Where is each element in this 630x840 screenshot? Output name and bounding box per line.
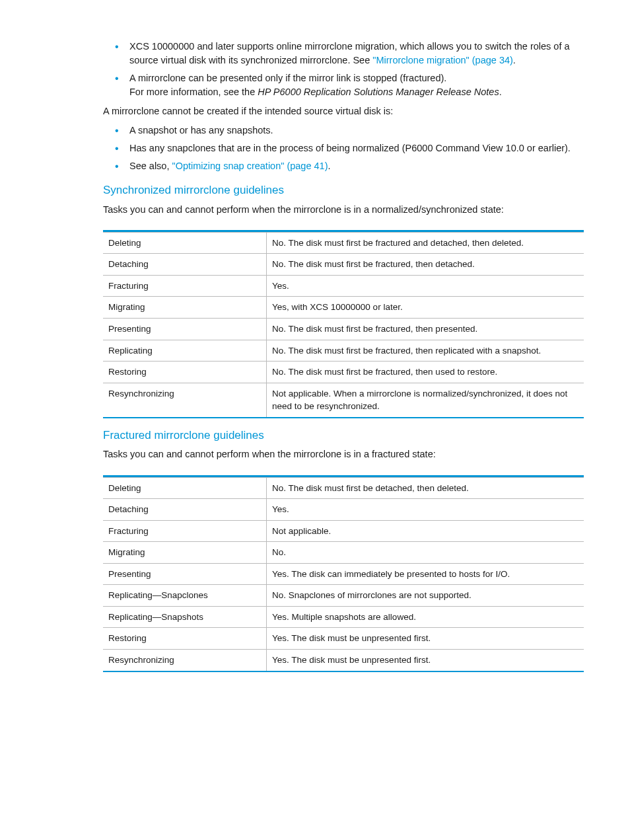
table-cell-task: Restoring bbox=[103, 362, 267, 383]
text: For more information, see the HP P6000 R… bbox=[129, 85, 584, 99]
table-cell-desc: No. The disk must first be fractured, th… bbox=[267, 319, 584, 340]
table-cell-task: Deleting bbox=[103, 232, 267, 254]
table-row: MigratingYes, with XCS 10000000 or later… bbox=[103, 297, 584, 319]
text: A mirrorclone can be presented only if t… bbox=[129, 71, 584, 85]
table-row: FracturingNot applicable. bbox=[103, 520, 584, 542]
table-row: ResynchronizingNot applicable. When a mi… bbox=[103, 383, 584, 418]
table-row: PresentingYes. The disk can immediately … bbox=[103, 563, 584, 585]
table-cell-desc: No. The disk must first be fractured, th… bbox=[267, 254, 584, 276]
table-row: RestoringNo. The disk must first be frac… bbox=[103, 362, 584, 383]
table-cell-desc: No. Snapclones of mirrorclones are not s… bbox=[267, 585, 584, 607]
link-mirrorclone-migration[interactable]: "Mirrorclone migration" (page 34) bbox=[372, 55, 513, 65]
table-cell-task: Migrating bbox=[103, 542, 267, 564]
table-cell-desc: Yes. bbox=[267, 275, 584, 297]
heading-synchronized: Synchronized mirrorclone guidelines bbox=[103, 182, 584, 199]
table-cell-desc: Yes. The disk can immediately be present… bbox=[267, 563, 584, 585]
text: . bbox=[499, 87, 502, 97]
table-row: Replicating—SnapclonesNo. Snapclones of … bbox=[103, 585, 584, 607]
text: For more information, see the bbox=[129, 87, 258, 97]
text: See also, bbox=[129, 161, 172, 171]
table-row: ReplicatingNo. The disk must first be fr… bbox=[103, 340, 584, 362]
text: . bbox=[328, 161, 330, 171]
table-cell-desc: No. The disk must first be fractured, th… bbox=[267, 340, 584, 362]
table-cell-desc: No. The disk must first be fractured, th… bbox=[267, 362, 584, 383]
table-cell-desc: No. bbox=[267, 542, 584, 564]
table-row: Replicating—SnapshotsYes. Multiple snaps… bbox=[103, 606, 584, 628]
table-synchronized: DeletingNo. The disk must first be fract… bbox=[103, 230, 584, 418]
table-cell-task: Resynchronizing bbox=[103, 383, 267, 418]
doc-title-italic: HP P6000 Replication Solutions Manager R… bbox=[258, 87, 499, 97]
table-row: ResynchronizingYes. The disk must be unp… bbox=[103, 650, 584, 671]
table-cell-task: Migrating bbox=[103, 297, 267, 319]
table-cell-desc: No. The disk must first be detached, the… bbox=[267, 477, 584, 499]
table-row: DeletingNo. The disk must first be detac… bbox=[103, 477, 584, 499]
table-cell-task: Replicating—Snapshots bbox=[103, 606, 267, 628]
table-cell-task: Resynchronizing bbox=[103, 650, 267, 671]
table-row: PresentingNo. The disk must first be fra… bbox=[103, 319, 584, 340]
table-cell-desc: Not applicable. bbox=[267, 520, 584, 542]
page-body: XCS 10000000 and later supports online m… bbox=[40, 40, 590, 672]
table-cell-task: Replicating—Snapclones bbox=[103, 585, 267, 607]
table-cell-desc: Yes. Multiple snapshots are allowed. bbox=[267, 606, 584, 628]
table-cell-task: Presenting bbox=[103, 319, 267, 340]
table-cell-task: Fracturing bbox=[103, 520, 267, 542]
list-item: XCS 10000000 and later supports online m… bbox=[124, 40, 584, 67]
list-item: A snapshot or has any snapshots. bbox=[124, 124, 584, 137]
table-cell-task: Detaching bbox=[103, 499, 267, 521]
text: . bbox=[513, 55, 516, 65]
table-cell-task: Presenting bbox=[103, 563, 267, 585]
bullet-list-1: XCS 10000000 and later supports online m… bbox=[103, 40, 584, 99]
table-cell-desc: Yes. The disk must be unpresented first. bbox=[267, 628, 584, 650]
table-cell-task: Restoring bbox=[103, 628, 267, 650]
paragraph: Tasks you can and cannot perform when th… bbox=[103, 447, 584, 461]
table-cell-desc: Yes. The disk must be unpresented first. bbox=[267, 650, 584, 671]
link-optimizing-snap[interactable]: "Optimizing snap creation" (page 41) bbox=[172, 161, 328, 171]
table-row: DetachingYes. bbox=[103, 499, 584, 521]
heading-fractured: Fractured mirrorclone guidelines bbox=[103, 428, 584, 444]
table-cell-desc: Yes, with XCS 10000000 or later. bbox=[267, 297, 584, 319]
table-cell-task: Replicating bbox=[103, 340, 267, 362]
table-cell-task: Detaching bbox=[103, 254, 267, 276]
table-fractured: DeletingNo. The disk must first be detac… bbox=[103, 475, 584, 672]
list-item: Has any snapclones that are in the proce… bbox=[124, 141, 584, 155]
table-row: FracturingYes. bbox=[103, 275, 584, 297]
table-cell-desc: No. The disk must first be fractured and… bbox=[267, 232, 584, 254]
table-row: MigratingNo. bbox=[103, 542, 584, 564]
paragraph: Tasks you can and cannot perform when th… bbox=[103, 203, 584, 217]
table-row: RestoringYes. The disk must be unpresent… bbox=[103, 628, 584, 650]
text: A snapshot or has any snapshots. bbox=[129, 125, 273, 135]
table-cell-task: Fracturing bbox=[103, 275, 267, 297]
text: Has any snapclones that are in the proce… bbox=[129, 143, 571, 153]
paragraph: A mirrorclone cannot be created if the i… bbox=[103, 104, 584, 118]
table-cell-task: Deleting bbox=[103, 477, 267, 499]
table-row: DetachingNo. The disk must first be frac… bbox=[103, 254, 584, 276]
list-item: A mirrorclone can be presented only if t… bbox=[124, 71, 584, 99]
table-cell-desc: Yes. bbox=[267, 499, 584, 521]
bullet-list-2: A snapshot or has any snapshots. Has any… bbox=[103, 124, 584, 173]
table-cell-desc: Not applicable. When a mirrorclone is no… bbox=[267, 383, 584, 418]
list-item: See also, "Optimizing snap creation" (pa… bbox=[124, 159, 584, 173]
table-row: DeletingNo. The disk must first be fract… bbox=[103, 232, 584, 254]
